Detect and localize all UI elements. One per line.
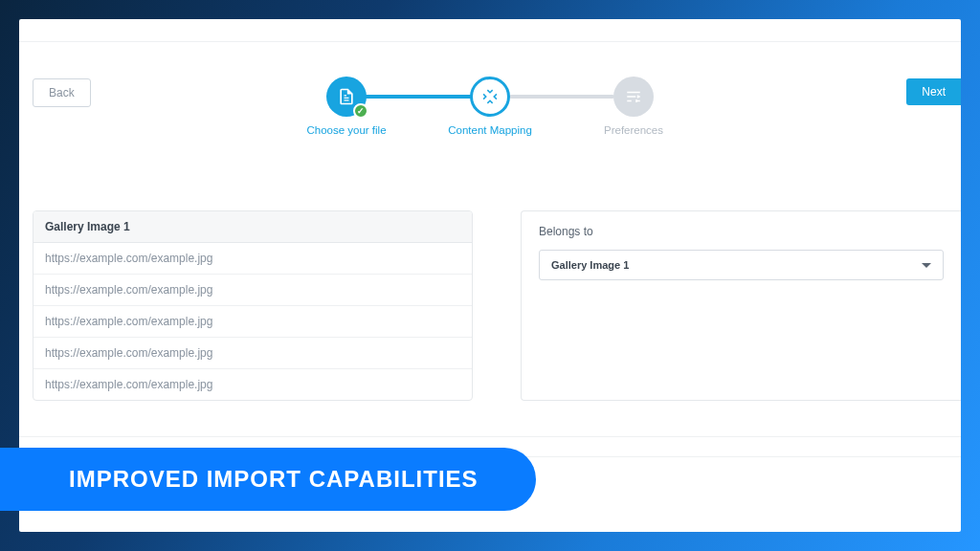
list-item: https://example.com/example.jpg bbox=[33, 369, 472, 400]
step-circle-done: ✓ bbox=[326, 77, 367, 117]
list-item: https://example.com/example.jpg bbox=[33, 306, 472, 338]
source-column-header: Gallery Image 1 bbox=[33, 211, 472, 243]
content-row: Gallery Image 1 https://example.com/exam… bbox=[33, 210, 961, 401]
select-value: Gallery Image 1 bbox=[551, 259, 629, 271]
belongs-to-select[interactable]: Gallery Image 1 bbox=[539, 250, 944, 280]
source-column-panel: Gallery Image 1 https://example.com/exam… bbox=[33, 210, 473, 401]
feature-banner: Improved Import Capabilities bbox=[0, 448, 536, 511]
file-icon bbox=[337, 87, 356, 106]
wizard-stepper: ✓ Choose your file Content Mapping Prefe… bbox=[275, 77, 705, 136]
step-circle-active bbox=[470, 77, 510, 117]
list-item: https://example.com/example.jpg bbox=[33, 275, 472, 306]
step-circle-pending bbox=[613, 77, 654, 117]
header-row: Back Next ✓ Choose your file Content bbox=[19, 77, 961, 163]
next-button[interactable]: Next bbox=[906, 78, 961, 105]
list-item: https://example.com/example.jpg bbox=[33, 243, 472, 275]
step-label: Choose your file bbox=[306, 124, 386, 136]
step-label: Preferences bbox=[604, 124, 663, 136]
compress-arrows-icon bbox=[481, 88, 499, 105]
app-frame: Back Next ✓ Choose your file Content bbox=[0, 0, 980, 551]
step-preferences[interactable]: Preferences bbox=[562, 77, 705, 136]
chevron-down-icon bbox=[922, 263, 931, 268]
mapping-target-panel: Belongs to Gallery Image 1 bbox=[521, 210, 961, 401]
step-connector-1 bbox=[366, 95, 471, 99]
step-content-mapping[interactable]: Content Mapping bbox=[418, 77, 562, 136]
back-button[interactable]: Back bbox=[33, 78, 91, 107]
list-item: https://example.com/example.jpg bbox=[33, 338, 472, 369]
step-connector-2 bbox=[509, 95, 614, 99]
top-border bbox=[19, 19, 961, 42]
belongs-to-label: Belongs to bbox=[539, 225, 944, 238]
check-badge-icon: ✓ bbox=[353, 103, 368, 119]
step-label: Content Mapping bbox=[448, 124, 532, 136]
sliders-icon bbox=[625, 88, 642, 105]
step-choose-file[interactable]: ✓ Choose your file bbox=[275, 77, 418, 136]
